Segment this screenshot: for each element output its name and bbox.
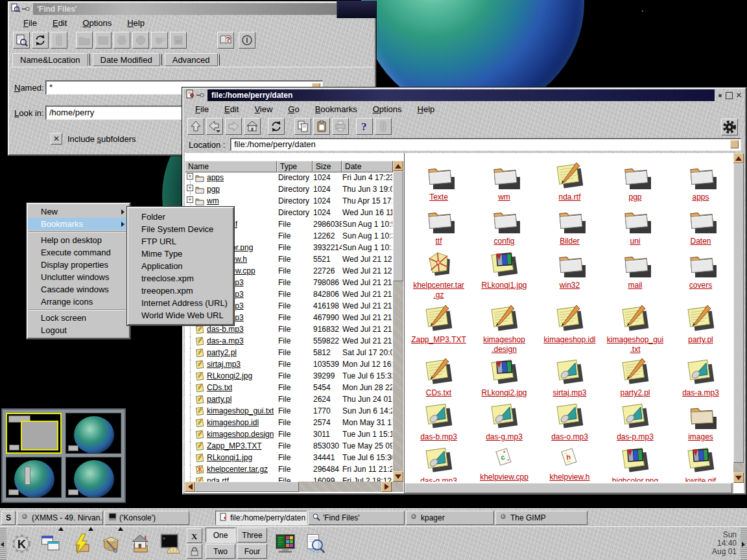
file-label[interactable]: .txt [630,345,640,355]
panel-bolt-button[interactable] [66,528,96,559]
menu-item-treeclose-xpm[interactable]: treeclose.xpm [128,272,233,285]
file-icon-item[interactable]: das-a.mp3 [668,355,733,399]
file-icon-item[interactable]: ckhelpview.cpp [471,443,537,482]
file-link[interactable]: sirtaj.mp3 [207,360,241,369]
panel-hide-right[interactable] [741,527,747,560]
file-link[interactable]: kimageshop_gui.txt [207,406,274,415]
pin-icon[interactable] [22,3,31,15]
column-header-type[interactable]: Type [277,161,313,172]
file-icon-item[interactable]: Daten [668,204,733,248]
file-label[interactable]: das-p.mp3 [617,432,654,442]
pin-icon[interactable] [196,89,206,101]
tree-row[interactable]: kimageshop_gui.txtFile1770Sun Jun 6 14:2… [185,406,393,417]
menu-item-bookmarks[interactable]: Bookmarks [28,218,129,230]
file-icon-item[interactable]: das-q.mp3 [406,443,471,482]
file-label[interactable]: RLkonqi2.jpg [481,388,527,398]
tab-advanced[interactable]: Advanced [165,53,218,66]
refresh-button[interactable] [32,32,49,49]
file-icon-item[interactable]: Zapp_MP3.TXT [406,302,471,355]
tab-name-location[interactable]: Name&Location [12,53,88,66]
file-icon-item[interactable]: party2.pl [602,355,668,399]
file-icon-item[interactable]: highcolor.png [602,443,668,482]
file-link[interactable]: pgp [207,185,220,194]
file-link[interactable]: Zapp_MP3.TXT [207,441,262,450]
tree-scroll-left-button[interactable] [185,482,195,492]
tree-row[interactable]: sirtaj.mp3File103539Mon Jul 12 16:22 [185,359,393,371]
icons-scroll-down-button[interactable] [733,472,744,483]
file-link[interactable]: wm [207,196,219,205]
pager-desktop-4[interactable] [65,457,121,498]
cup-sil-button[interactable] [151,32,168,49]
reload-button[interactable] [268,118,285,135]
file-link[interactable]: kimageshop.idl [207,418,259,427]
pager-mini-button[interactable] [68,489,78,495]
arrow-up-button[interactable] [187,118,204,135]
menu-item-folder[interactable]: Folder [128,211,233,223]
icons-vscroll-thumb[interactable] [733,163,744,463]
file-icon-item[interactable]: apps [668,159,733,204]
maximize-button[interactable] [726,92,733,99]
file-label[interactable]: khelpview.cpp [480,472,528,482]
file-label[interactable]: apps [692,192,709,202]
panel-shell-button[interactable]: > [156,528,185,559]
file-icon-item[interactable]: win32 [537,248,602,302]
pager-mini-button[interactable] [68,445,78,451]
file-icon-item[interactable]: hkhelpview.h [537,443,602,482]
menu-bookmarks[interactable]: Bookmarks [309,103,364,115]
desktop-button-one[interactable]: One [206,528,235,542]
find-files-titlebar[interactable]: 'Find Files' ✕ [9,3,375,16]
file-label[interactable]: das-a.mp3 [682,388,719,398]
tree-scroll-up-button[interactable] [393,161,403,171]
panel-home-folder-button[interactable] [126,528,156,559]
expand-toggle[interactable]: + [187,173,193,180]
file-label[interactable]: khelpview.h [549,472,589,482]
menu-item-new[interactable]: New [28,205,129,218]
panel-xglyph-button[interactable]: X [187,528,202,543]
file-label[interactable]: kwrite.gif [685,476,716,482]
menu-file[interactable]: File [189,103,215,115]
file-icon-item[interactable]: das-g.mp3 [471,399,537,443]
file-label[interactable]: das-o.mp3 [551,432,588,442]
file-label[interactable]: nda.rtf [558,192,580,202]
tree-row[interactable]: nda.rtfFile16099Fri Jul 2 18:12 [185,476,393,482]
menu-file[interactable]: File [17,17,43,29]
folder-sil-button[interactable] [76,32,93,49]
tree-row[interactable]: +pgpDirectory1024Thu Jun 3 19:05 [185,184,393,196]
pager-window-thumb[interactable] [21,421,58,450]
menu-item-logout[interactable]: Logout [28,324,129,336]
file-label[interactable]: images [688,432,713,442]
file-link[interactable]: apps [207,173,224,182]
arrow-forward-button[interactable] [225,118,242,135]
tree-row[interactable]: kimageshop.idlFile2574Mon May 31 17:46 [185,417,393,429]
menu-item-treeopen-xpm[interactable]: treeopen.xpm [128,285,233,297]
paste-button[interactable] [313,118,330,135]
task-button[interactable]: 'Find Files' [308,511,405,525]
menu-view[interactable]: View [248,103,279,115]
file-label[interactable]: wm [498,192,510,202]
file-link[interactable]: party.pl [207,395,231,404]
menu-item-mime-type[interactable]: Mime Type [128,248,233,260]
file-icon-item[interactable]: RLkonqi1.jpg [471,248,537,302]
panel-hide-left[interactable] [0,527,6,560]
file-icon-item[interactable]: ttf [406,204,471,248]
file-icon-item[interactable]: images [668,399,733,443]
tree-row[interactable]: das-b.mp3File916832Wed Jul 21 21:04 [185,324,393,336]
tree-vscroll-thumb[interactable] [393,171,403,281]
menu-go[interactable]: Go [281,103,305,115]
panel-winlist-button[interactable] [36,528,66,559]
desktop-button-four[interactable]: Four [237,544,267,559]
file-icon-item[interactable]: kimageshop.design [471,302,537,355]
file-icon-item[interactable]: config [471,204,537,248]
file-label[interactable]: das-q.mp3 [420,476,457,482]
file-icon-item[interactable]: das-o.mp3 [537,399,602,443]
menu-options[interactable]: Options [366,103,409,115]
menu-item-application[interactable]: Application [128,260,233,272]
panel-package-button[interactable] [96,528,126,559]
file-link[interactable]: CDs.txt [207,383,232,392]
tree-row[interactable]: +appsDirectory1024Fri Jun 4 17:23 [185,172,393,184]
tree-row[interactable]: Zapp_MP3.TXTFile853030Tue May 25 09:12 [185,441,393,452]
file-label[interactable]: mail [628,281,642,290]
printer-sil-button[interactable] [113,32,130,49]
file-manager-titlebar[interactable]: file:/home/perry/daten ✕ [184,89,745,102]
tree-row[interactable]: das-a.mp3File559822Wed Jul 21 21:02 [185,336,393,347]
